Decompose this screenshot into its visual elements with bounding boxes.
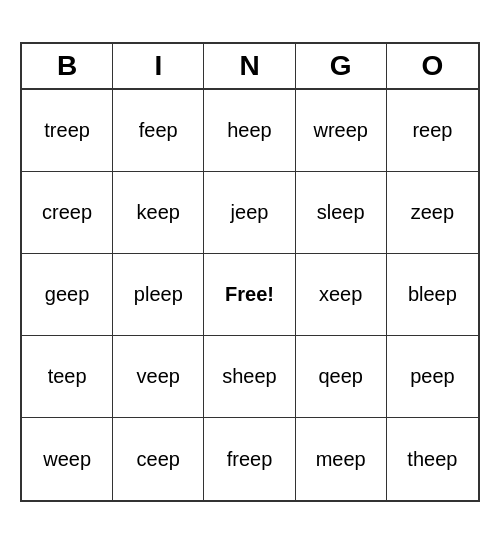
bingo-cell[interactable]: xeep <box>296 254 387 336</box>
bingo-cell[interactable]: zeep <box>387 172 478 254</box>
header-letter: I <box>113 44 204 88</box>
bingo-cell[interactable]: Free! <box>204 254 295 336</box>
bingo-cell[interactable]: geep <box>22 254 113 336</box>
bingo-cell[interactable]: wreep <box>296 90 387 172</box>
bingo-cell[interactable]: pleep <box>113 254 204 336</box>
bingo-cell[interactable]: heep <box>204 90 295 172</box>
bingo-cell[interactable]: reep <box>387 90 478 172</box>
bingo-cell[interactable]: teep <box>22 336 113 418</box>
bingo-cell[interactable]: weep <box>22 418 113 500</box>
bingo-cell[interactable]: qeep <box>296 336 387 418</box>
bingo-cell[interactable]: bleep <box>387 254 478 336</box>
bingo-header: BINGO <box>22 44 478 90</box>
bingo-cell[interactable]: ceep <box>113 418 204 500</box>
bingo-cell[interactable]: sleep <box>296 172 387 254</box>
bingo-grid: treepfeepheepwreepreepcreepkeepjeepsleep… <box>22 90 478 500</box>
bingo-cell[interactable]: jeep <box>204 172 295 254</box>
bingo-cell[interactable]: treep <box>22 90 113 172</box>
bingo-cell[interactable]: veep <box>113 336 204 418</box>
bingo-cell[interactable]: freep <box>204 418 295 500</box>
bingo-cell[interactable]: sheep <box>204 336 295 418</box>
header-letter: O <box>387 44 478 88</box>
bingo-cell[interactable]: keep <box>113 172 204 254</box>
bingo-cell[interactable]: creep <box>22 172 113 254</box>
bingo-cell[interactable]: theep <box>387 418 478 500</box>
bingo-card: BINGO treepfeepheepwreepreepcreepkeepjee… <box>20 42 480 502</box>
header-letter: G <box>296 44 387 88</box>
bingo-cell[interactable]: peep <box>387 336 478 418</box>
bingo-cell[interactable]: meep <box>296 418 387 500</box>
bingo-cell[interactable]: feep <box>113 90 204 172</box>
header-letter: B <box>22 44 113 88</box>
header-letter: N <box>204 44 295 88</box>
